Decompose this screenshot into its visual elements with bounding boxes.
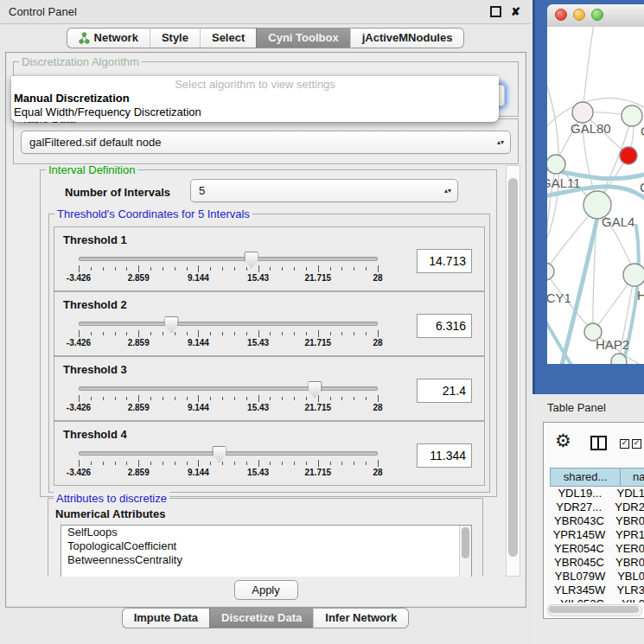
tick-label: 15.43 [247,273,269,283]
network-canvas[interactable]: GAL80GACGAL11GAL4GCY1HHAP2 [547,27,644,364]
minimize-traffic-icon[interactable] [573,9,585,21]
table-row[interactable]: YBR045CYBR0 [550,556,644,570]
tab-discretize-data[interactable]: Discretize Data [209,608,313,628]
threshold-value-field[interactable] [417,314,472,338]
scrollbar-thumb[interactable] [549,606,639,613]
close-icon[interactable]: ✘ [511,0,520,23]
horizontal-scrollbar[interactable] [547,604,642,616]
table-cell[interactable]: YDR2 [608,501,644,514]
float-window-icon[interactable] [490,6,501,17]
table-data-select[interactable]: galFiltered.sif default node ▴▾ [21,131,511,154]
table-cell[interactable]: YBR045C [550,556,609,570]
table-row[interactable]: YPR145WYPR1 [550,528,644,542]
split-columns-icon[interactable] [590,436,607,450]
threshold-slider[interactable]: -3.4262.8599.14415.4321.71528 [79,449,378,481]
checkbox-icon[interactable] [620,439,629,449]
threshold-slider[interactable]: -3.4262.8599.14415.4321.71528 [79,319,378,352]
network-window-titlebar[interactable] [547,4,644,28]
slider-tick [270,397,271,400]
table-row[interactable]: YER054CYER0 [550,542,644,556]
network-node[interactable] [547,263,554,280]
apply-button[interactable]: Apply [234,580,298,600]
scrollbar-thumb[interactable] [508,178,518,557]
table-cell[interactable]: YDR27... [550,501,608,514]
table-row[interactable]: YDR27...YDR2 [550,501,644,514]
column-header-name[interactable]: na [621,468,644,487]
scrollbar-thumb[interactable] [462,527,469,558]
table-cell[interactable]: YBR0 [609,556,644,570]
table-cell[interactable]: YDL19... [550,487,609,501]
slider-tick [222,462,223,465]
slider-track[interactable] [79,322,378,326]
numerical-attributes-list[interactable]: SelfLoopsTopologicalCoefficientBetweenne… [61,525,472,577]
slider-track[interactable] [79,386,378,391]
tick-label: 15.43 [247,338,269,348]
slider-tick [378,265,379,272]
network-node[interactable] [572,102,593,123]
table-cell[interactable]: YER0 [609,542,644,556]
list-item[interactable]: TopologicalCoefficient [61,539,471,553]
slider-tick [115,267,116,271]
panel-scrollbar[interactable] [506,165,520,577]
gear-icon[interactable]: ⚙ [555,431,571,450]
threshold-value-field[interactable] [417,443,472,468]
dropdown-option-manual[interactable]: Manual Discretization [14,92,130,105]
threshold-slider[interactable]: -3.4262.8599.14415.4321.71528 [79,254,378,287]
tab-jactivemnodules[interactable]: jActiveMNodules [350,28,465,48]
slider-tick [234,397,235,400]
slider-tick [198,395,199,402]
table-row[interactable]: YBL079WYBL0 [550,570,644,583]
dropdown-option-equal-width[interactable]: Equal Width/Frequency Discretization [14,105,201,118]
list-item[interactable]: BetweennessCentrality [61,553,471,567]
network-node[interactable] [611,354,627,364]
tab-select[interactable]: Select [200,28,256,48]
tab-impute-data[interactable]: Impute Data [122,608,209,628]
slider-tick [150,332,151,335]
slider-tick [246,462,247,465]
column-header-shared-name[interactable]: shared... [550,468,621,487]
table-row[interactable]: YBR043CYBR0 [550,514,644,528]
network-node[interactable] [622,105,642,126]
list-scrollbar[interactable] [459,526,471,577]
network-node[interactable] [547,155,565,174]
checkbox-icon[interactable] [632,439,641,449]
tab-infer-network[interactable]: Infer Network [313,608,409,628]
table-cell[interactable]: YBL079W [550,570,610,583]
list-item[interactable]: SelfLoops [61,526,471,539]
tab-network[interactable]: Network [67,28,150,48]
table-cell[interactable]: YPR145W [550,528,609,542]
threshold-slider[interactable]: -3.4262.8599.14415.4321.71528 [79,384,378,417]
threshold-value-field[interactable] [417,379,472,403]
num-intervals-select[interactable]: 5 ▴▾ [190,179,458,202]
tick-label: 15.43 [247,468,269,477]
slider-tick [330,397,331,400]
group-title: Discretization Algorithm [19,55,142,68]
tab-style[interactable]: Style [150,28,200,48]
slider-tick [198,460,199,467]
table-cell[interactable]: YBR043C [550,514,609,528]
tab-cyni-toolbox[interactable]: Cyni Toolbox [256,28,349,48]
table-cell[interactable]: YLR345W [550,583,609,597]
slider-tick [341,397,342,400]
tick-label: 28 [373,468,382,477]
table-cell[interactable]: YDL1 [609,487,644,501]
table-row[interactable]: YDL19...YDL1 [550,487,644,501]
table-cell[interactable]: YIL052C [550,597,615,603]
table-row[interactable]: YIL052CYIL0 [550,597,644,603]
network-node[interactable] [620,147,637,164]
slider-track[interactable] [79,451,378,456]
table-cell[interactable]: YIL0 [615,597,644,603]
table-cell[interactable]: YBR0 [609,514,644,528]
table-cell[interactable]: YLR3 [609,583,644,597]
network-node[interactable] [623,264,644,286]
table-cell[interactable]: YBL0 [610,570,644,583]
close-traffic-icon[interactable] [555,9,567,21]
threshold-value-field[interactable] [417,249,472,273]
zoom-traffic-icon[interactable] [591,9,603,21]
table-cell[interactable]: YPR1 [609,528,644,542]
table-row[interactable]: YLR345WYLR3 [550,583,644,597]
slider-tick [222,267,223,271]
table-cell[interactable]: YER054C [550,542,609,556]
slider-tick [210,462,211,465]
slider-track[interactable] [79,257,378,261]
